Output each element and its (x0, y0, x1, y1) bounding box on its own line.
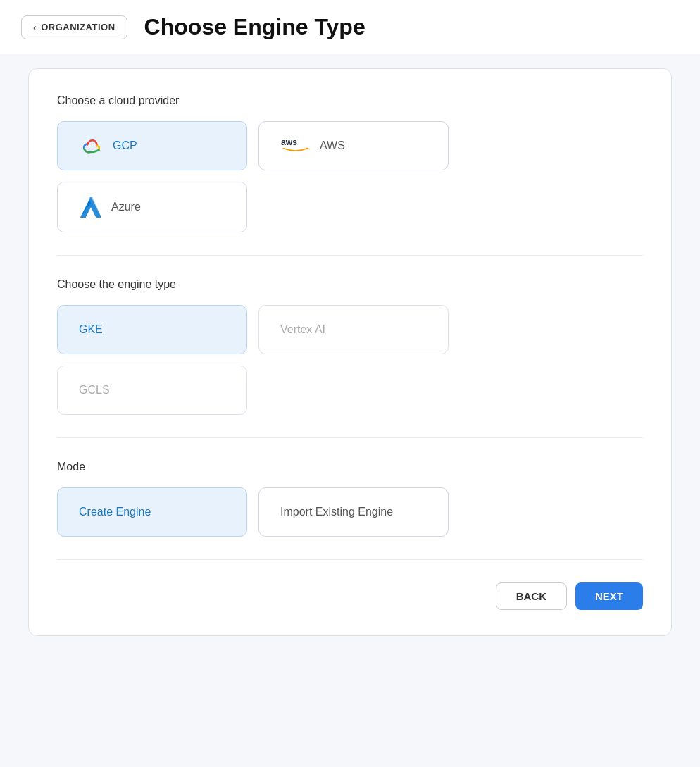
svg-marker-4 (80, 197, 101, 218)
engine-option-vertex-ai[interactable]: Vertex AI (258, 305, 449, 354)
divider-1 (57, 255, 643, 256)
aws-icon: aws (280, 136, 311, 156)
engine-type-section: Choose the engine type GKE Vertex AI GCL… (57, 278, 643, 415)
mode-option-create-engine-label: Create Engine (79, 506, 151, 518)
organization-back-button[interactable]: ‹ ORGANIZATION (21, 15, 127, 39)
engine-option-gcls-label: GCLS (79, 384, 110, 397)
footer-actions: BACK NEXT (57, 582, 643, 610)
engine-type-label: Choose the engine type (57, 278, 643, 291)
cloud-option-aws[interactable]: aws AWS (258, 121, 449, 170)
mode-options: Create Engine Import Existing Engine (57, 487, 643, 537)
organization-back-label: ORGANIZATION (41, 22, 115, 32)
cloud-provider-label: Choose a cloud provider (57, 94, 643, 107)
mode-section: Mode Create Engine Import Existing Engin… (57, 461, 643, 537)
cloud-option-azure[interactable]: Azure (57, 182, 247, 232)
cloud-option-aws-label: AWS (320, 139, 345, 152)
cloud-option-gcp[interactable]: GCP (57, 121, 247, 170)
engine-option-gke[interactable]: GKE (57, 305, 247, 354)
cloud-provider-section: Choose a cloud provider (57, 94, 643, 232)
engine-option-vertex-ai-label: Vertex AI (280, 323, 325, 336)
azure-icon (79, 195, 103, 219)
svg-text:aws: aws (281, 137, 297, 147)
cloud-option-azure-label: Azure (111, 201, 141, 213)
back-button[interactable]: BACK (496, 582, 567, 610)
divider-2 (57, 437, 643, 438)
divider-3 (57, 559, 643, 560)
page-title: Choose Engine Type (144, 14, 365, 40)
mode-option-import-engine[interactable]: Import Existing Engine (258, 487, 449, 537)
svg-marker-2 (306, 147, 308, 149)
chevron-left-icon: ‹ (33, 22, 37, 33)
main-content: Choose a cloud provider (0, 54, 700, 664)
mode-label: Mode (57, 461, 643, 473)
cloud-provider-options: GCP aws AWS (57, 121, 643, 232)
form-card: Choose a cloud provider (28, 68, 672, 636)
engine-type-options: GKE Vertex AI GCLS (57, 305, 643, 415)
gcp-icon (79, 135, 104, 156)
mode-option-import-engine-label: Import Existing Engine (280, 506, 393, 518)
page-header: ‹ ORGANIZATION Choose Engine Type (0, 0, 700, 54)
mode-option-create-engine[interactable]: Create Engine (57, 487, 247, 537)
cloud-option-gcp-label: GCP (113, 139, 137, 152)
engine-option-gke-label: GKE (79, 323, 103, 336)
next-button[interactable]: NEXT (575, 582, 643, 610)
engine-option-gcls[interactable]: GCLS (57, 366, 247, 415)
